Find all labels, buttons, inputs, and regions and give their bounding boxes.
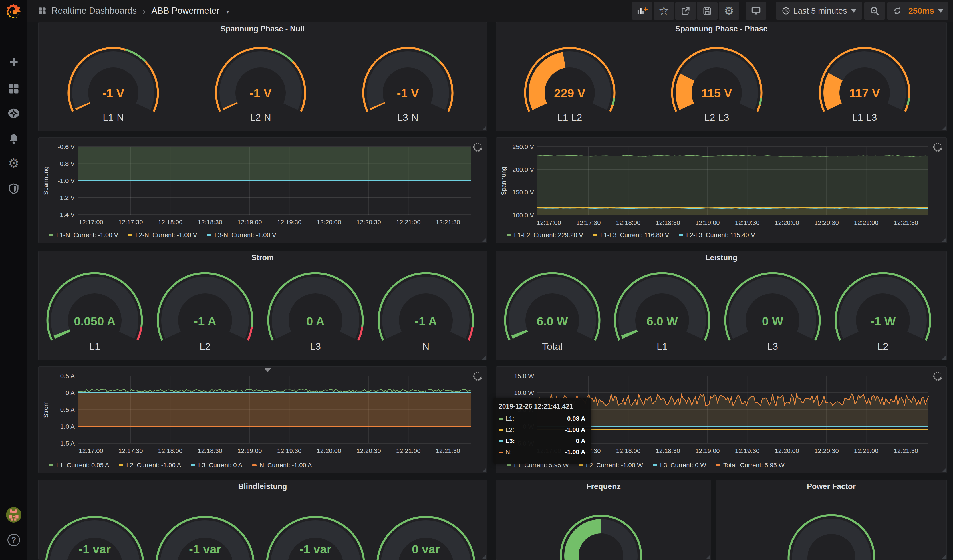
panel-resize-handle[interactable] xyxy=(706,555,710,559)
add-panel-button[interactable] xyxy=(632,2,652,20)
panel-title[interactable]: Spannung Phase - Null xyxy=(39,25,486,33)
x-axis-tick: 12:21:00 xyxy=(846,447,886,455)
sidebar-item-create[interactable]: + xyxy=(0,51,28,73)
sidebar-item-help[interactable]: ? xyxy=(0,529,28,551)
star-button[interactable]: ☆ xyxy=(653,2,674,20)
gauge-threshold-arc xyxy=(757,105,760,112)
time-picker-button[interactable]: Last 5 minutes xyxy=(776,2,862,20)
legend-item-l1-n[interactable]: L1-NCurrent: -1.00 V xyxy=(49,231,118,239)
panel-resize-handle[interactable] xyxy=(482,468,486,473)
legend-item-l2-n[interactable]: L2-NCurrent: -1.00 V xyxy=(128,231,197,239)
chart-plot[interactable] xyxy=(39,367,487,473)
grafana-dashboard: +⚙ ? Realtime Dashboards › ABB Powermete… xyxy=(0,0,953,560)
breadcrumb[interactable]: Realtime Dashboards › ABB Powermeter ▾ xyxy=(38,5,229,17)
x-axis-tick: 12:18:00 xyxy=(150,447,190,455)
legend-series-current: Current: -1.00 A xyxy=(267,462,312,469)
tooltip-row-l2: L2:-1.00 A xyxy=(498,426,585,434)
gauge-face xyxy=(800,526,863,560)
panel-resize-handle[interactable] xyxy=(942,355,946,360)
legend-swatch-icon xyxy=(679,234,683,236)
save-button[interactable] xyxy=(697,2,718,20)
legend-item-l3[interactable]: L3Current: 0 W xyxy=(653,462,706,469)
gauge-threshold-arc xyxy=(610,105,613,112)
gauge-group: 6.0 WTotal6.0 WL10 WL3-1 WL2 xyxy=(496,251,947,360)
x-axis-tick: 12:19:00 xyxy=(688,447,728,455)
grafana-logo-icon[interactable] xyxy=(0,1,28,23)
gauge-L2-L3: 115 VL2-L3 xyxy=(672,48,761,123)
sidebar-item-user-avatar[interactable] xyxy=(0,504,28,526)
help-icon: ? xyxy=(8,534,20,546)
panel-title[interactable]: Leistung xyxy=(496,253,947,262)
explore-icon xyxy=(7,107,20,120)
legend-series-name: L2-N xyxy=(135,231,149,239)
sidebar-item-configuration[interactable]: ⚙ xyxy=(0,152,28,174)
gauge-L1-N: -1 VL1-N xyxy=(69,48,158,123)
panel-resize-handle[interactable] xyxy=(942,468,946,473)
sidebar-item-dashboards[interactable] xyxy=(0,78,28,99)
configuration-icon: ⚙ xyxy=(8,157,19,170)
breadcrumb-dashboard-title[interactable]: ABB Powermeter xyxy=(151,6,219,16)
breadcrumb-group[interactable]: Realtime Dashboards xyxy=(51,6,137,16)
panel-resize-handle[interactable] xyxy=(482,126,486,130)
legend-item-total[interactable]: TotalCurrent: 5.95 W xyxy=(716,462,785,469)
panel-power-factor: Power Factor xyxy=(716,479,947,560)
legend-item-l1-l2[interactable]: L1-L2Current: 229.20 V xyxy=(506,231,583,239)
legend-series-current: Current: -1.00 V xyxy=(152,231,197,239)
sidebar-item-server-admin[interactable] xyxy=(0,178,28,200)
legend-swatch-icon xyxy=(207,234,211,236)
panel-title[interactable]: Frequenz xyxy=(496,482,711,491)
legend-swatch-icon xyxy=(506,234,511,236)
legend-item-l2-l3[interactable]: L2-L3Current: 115.40 V xyxy=(679,231,755,239)
x-axis-tick: 12:19:00 xyxy=(230,447,270,455)
legend-swatch-icon xyxy=(128,234,132,236)
x-axis-tick: 12:20:00 xyxy=(309,219,349,226)
gauge-value-arc xyxy=(571,526,601,560)
chevron-down-icon[interactable]: ▾ xyxy=(226,6,229,15)
panel-title[interactable]: Power Factor xyxy=(716,482,947,491)
panel-resize-handle[interactable] xyxy=(942,126,946,130)
panel-title[interactable]: Blindleistung xyxy=(39,482,486,491)
legend-item-l3[interactable]: L3Current: 0 A xyxy=(191,462,242,469)
loading-spinner-icon xyxy=(471,140,484,154)
gauge-value-arc xyxy=(684,77,687,107)
legend-series-current: Current: -1.00 V xyxy=(231,231,276,239)
legend-item-l1[interactable]: L1Current: 0.05 A xyxy=(49,462,109,469)
chart-plot[interactable] xyxy=(39,138,487,243)
zoom-out-button[interactable] xyxy=(865,2,885,20)
legend-item-n[interactable]: NCurrent: -1.00 A xyxy=(252,462,312,469)
chart-panel-1: 250.0 V200.0 V150.0 V100.0 V12:17:0012:1… xyxy=(496,137,947,243)
panel-resize-handle[interactable] xyxy=(482,555,486,559)
legend-item-l3-n[interactable]: L3-NCurrent: -1.00 V xyxy=(207,231,276,239)
cycle-view-button[interactable] xyxy=(746,2,766,20)
gauge-value: -1 var xyxy=(189,543,221,556)
tooltip-timestamp: 2019-12-26 12:21:41.421 xyxy=(498,403,585,410)
settings-button[interactable]: ⚙ xyxy=(719,2,739,20)
panel-resize-handle[interactable] xyxy=(942,555,946,559)
sidebar-item-explore[interactable] xyxy=(0,102,28,124)
share-button[interactable] xyxy=(675,2,696,20)
navbar-toolbar: ☆⚙ Last 5 minutes xyxy=(631,2,948,20)
gauge-power-factor-0 xyxy=(788,515,874,560)
refresh-picker[interactable]: 250ms xyxy=(887,2,948,20)
gauge-label: L1 xyxy=(657,341,667,352)
gauge-blindleistung-3: 0 var xyxy=(377,517,475,560)
panel-resize-handle[interactable] xyxy=(482,355,486,360)
legend-item-l2[interactable]: L2Current: -1.00 A xyxy=(119,462,181,469)
chart-plot[interactable] xyxy=(496,138,947,243)
x-axis-tick: 12:19:00 xyxy=(688,219,728,226)
panel-resize-handle[interactable] xyxy=(482,238,486,242)
gauge-label: L2 xyxy=(200,341,211,352)
panel-title[interactable]: Spannung Phase - Phase xyxy=(496,25,947,33)
sidebar-item-alerting[interactable] xyxy=(0,128,28,150)
gauge-frequenz-0 xyxy=(561,516,641,560)
panel-title[interactable]: Strom xyxy=(39,253,486,262)
series-fill-n xyxy=(78,393,471,427)
panel-strom: Strom0.050 AL1-1 AL20 AL3-1 AN xyxy=(38,251,487,360)
chart-panel-0: -0.6 V-0.8 V-1.0 V-1.2 V-1.4 V12:17:0012… xyxy=(38,137,487,243)
panel-menu-caret-icon[interactable] xyxy=(265,368,271,372)
x-axis-tick: 12:18:30 xyxy=(190,447,230,455)
legend-series-current: Current: 0 W xyxy=(671,462,706,469)
legend-item-l1-l3[interactable]: L1-L3Current: 116.80 V xyxy=(593,231,669,239)
panel-resize-handle[interactable] xyxy=(942,238,946,242)
gauge-threshold-arc xyxy=(908,98,909,105)
